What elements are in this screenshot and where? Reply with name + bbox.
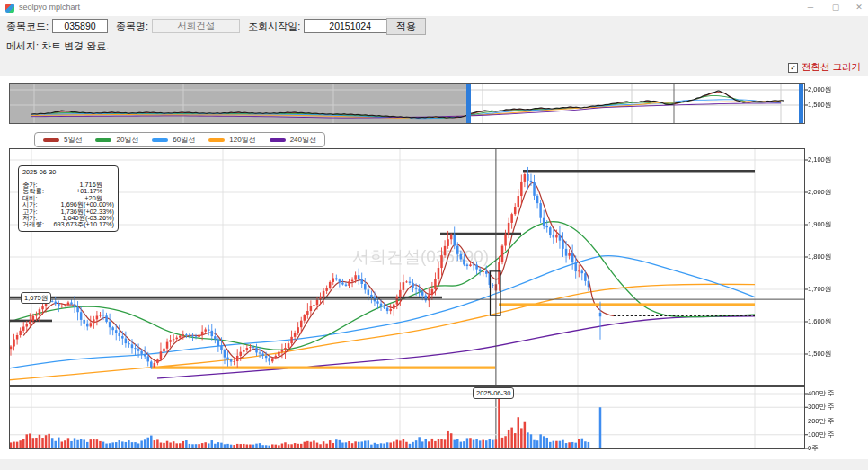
legend-item-0: 5일선 <box>43 135 82 145</box>
legend-label: 5일선 <box>64 135 82 145</box>
date-crosshair-label: 2025-06-30 <box>473 387 514 399</box>
app-window: seolpyo mplchart ─ ▢ ✕ 종목코드:종목명:조회시작일: 적… <box>0 0 868 470</box>
info-row-6: 거래량:693,673주(+10.17%) <box>22 221 114 227</box>
chart-canvas[interactable] <box>0 0 868 470</box>
legend-item-2: 60일선 <box>152 135 195 145</box>
price-tick-4: 1,700원 <box>808 285 831 294</box>
volume-tick-0: 400만 주 <box>808 389 835 398</box>
legend-swatch-icon <box>152 138 168 142</box>
price-tick-0: 2,100원 <box>808 155 831 164</box>
legend-label: 120일선 <box>229 135 255 145</box>
legend-swatch-icon <box>43 138 59 142</box>
ohlc-info-box: 2025-06-30 종가:1,716원등락률:+01.17%대비:+20원시가… <box>18 165 119 232</box>
volume-tick-4: 0주 <box>808 444 819 453</box>
legend-label: 240일선 <box>290 135 316 145</box>
info-rows: 종가:1,716원등락률:+01.17%대비:+20원시가:1,696원(+00… <box>22 182 114 228</box>
legend-item-4: 240일선 <box>270 135 316 145</box>
volume-tick-2: 200만 주 <box>808 417 835 426</box>
legend-label: 20일선 <box>116 135 138 145</box>
legend-item-1: 20일선 <box>95 135 138 145</box>
price-crosshair-label: 1,675원 <box>21 292 51 304</box>
volume-tick-3: 100만 주 <box>808 430 835 439</box>
legend-swatch-icon <box>95 138 111 142</box>
legend-label: 60일선 <box>173 135 195 145</box>
legend-swatch-icon <box>270 138 286 142</box>
legend-item-3: 120일선 <box>208 135 255 145</box>
price-tick-6: 1,500원 <box>808 350 831 359</box>
volume-tick-1: 300만 주 <box>808 403 835 412</box>
ma-legend: 5일선20일선60일선120일선240일선 <box>34 132 325 147</box>
legend-swatch-icon <box>208 138 225 142</box>
price-tick-2: 1,900원 <box>808 220 831 229</box>
overview-tick-1: 1,500원 <box>808 101 831 110</box>
price-tick-3: 1,800원 <box>808 253 831 262</box>
info-date: 2025-06-30 <box>22 169 114 176</box>
overview-tick-0: 2,000원 <box>808 85 831 94</box>
price-tick-5: 1,600원 <box>808 317 831 326</box>
price-tick-1: 2,000원 <box>808 188 831 197</box>
